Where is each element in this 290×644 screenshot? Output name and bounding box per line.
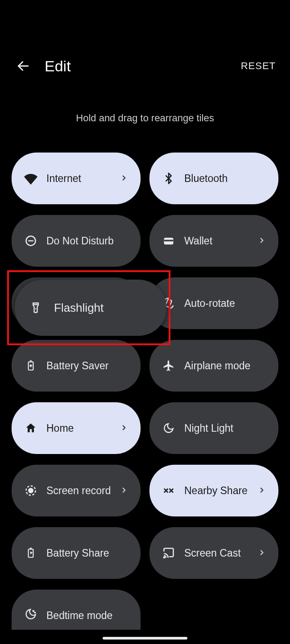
tile-screen-record[interactable]: Screen record <box>12 465 141 516</box>
bluetooth-icon <box>161 171 176 186</box>
back-button[interactable] <box>14 57 32 75</box>
tile-label: Auto-rotate <box>184 297 267 310</box>
tile-home[interactable]: Home <box>12 402 141 454</box>
tile-screen-cast[interactable]: Screen Cast <box>149 527 278 579</box>
nearby-share-icon <box>161 483 176 498</box>
chevron-right-icon <box>258 549 267 557</box>
wifi-icon <box>23 171 38 186</box>
tile-bedtime-mode[interactable]: Bedtime mode <box>12 590 141 630</box>
tile-label: Home <box>46 422 120 434</box>
page-title: Edit <box>45 58 241 75</box>
tile-label: Do Not Disturb <box>46 235 129 247</box>
flashlight-icon <box>28 300 43 315</box>
svg-point-15 <box>33 611 34 611</box>
chevron-right-icon <box>120 486 129 495</box>
wallet-icon <box>161 233 176 248</box>
chevron-right-icon <box>258 236 267 245</box>
tile-label: Nearby Share <box>184 485 258 497</box>
battery-saver-icon <box>23 358 38 373</box>
dnd-icon <box>23 233 38 248</box>
tile-auto-rotate[interactable]: Auto-rotate <box>149 277 278 329</box>
tile-label: Internet <box>46 173 120 185</box>
tile-label: Airplane mode <box>184 360 267 372</box>
svg-point-16 <box>34 612 35 613</box>
chevron-right-icon <box>258 486 267 495</box>
tile-wallet[interactable]: Wallet <box>149 215 278 267</box>
tile-do-not-disturb[interactable]: Do Not Disturb <box>12 215 141 267</box>
tile-label: Screen Cast <box>184 547 258 559</box>
svg-rect-4 <box>164 240 174 242</box>
tile-internet[interactable]: Internet <box>12 153 141 204</box>
tiles-grid: Internet Bluetooth Do Not Disturb Wallet… <box>0 153 290 630</box>
battery-share-icon <box>23 545 38 561</box>
reset-button[interactable]: RESET <box>241 60 276 72</box>
home-icon <box>23 421 38 436</box>
tile-label: Flashlight <box>54 301 104 315</box>
tile-nearby-share[interactable]: Nearby Share <box>149 465 278 516</box>
tile-label: Bluetooth <box>184 173 267 185</box>
tile-label: Bedtime mode <box>46 610 129 622</box>
tile-battery-saver[interactable]: Battery Saver <box>12 340 141 392</box>
cast-icon <box>161 545 176 561</box>
airplane-icon <box>161 358 176 373</box>
moon-icon <box>161 421 176 436</box>
tile-label: Battery Share <box>46 547 129 559</box>
home-indicator[interactable] <box>103 637 187 640</box>
chevron-right-icon <box>120 174 129 183</box>
hint-text: Hold and drag to rearrange tiles <box>0 112 290 124</box>
tile-bluetooth[interactable]: Bluetooth <box>149 153 278 204</box>
tile-night-light[interactable]: Night Light <box>149 402 278 454</box>
tile-label: Night Light <box>184 422 267 434</box>
tile-label: Screen record <box>46 485 120 497</box>
svg-point-14 <box>164 557 165 558</box>
bedtime-icon <box>23 607 38 622</box>
tile-label: Wallet <box>184 235 258 247</box>
dragging-tile-flashlight[interactable]: Flashlight <box>15 280 166 336</box>
header: Edit RESET <box>0 48 290 84</box>
tile-airplane-mode[interactable]: Airplane mode <box>149 340 278 392</box>
tile-label: Battery Saver <box>46 360 129 372</box>
chevron-right-icon <box>120 424 129 433</box>
arrow-left-icon <box>16 59 30 73</box>
svg-point-11 <box>29 488 33 492</box>
tile-battery-share[interactable]: Battery Share <box>12 527 141 579</box>
screen-record-icon <box>23 483 38 498</box>
